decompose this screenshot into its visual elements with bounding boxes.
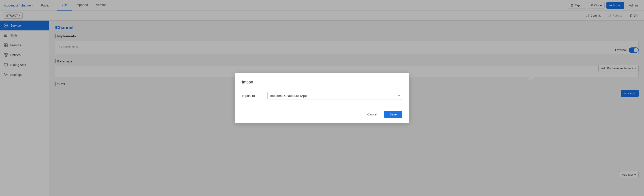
import-modal: Import Import To me.demo.Chatbot.testApp…: [235, 73, 409, 123]
cancel-button[interactable]: Cancel: [363, 111, 382, 118]
modal-overlay: Import Import To me.demo.Chatbot.testApp…: [0, 0, 644, 196]
modal-body: Import To me.demo.Chatbot.testApp ▾: [242, 92, 402, 100]
import-to-row: Import To me.demo.Chatbot.testApp ▾: [242, 92, 402, 100]
import-to-select[interactable]: me.demo.Chatbot.testApp: [268, 92, 402, 100]
import-to-label: Import To: [242, 94, 262, 98]
modal-title: Import: [242, 80, 402, 84]
save-button[interactable]: Save: [384, 111, 402, 118]
import-to-select-wrapper: me.demo.Chatbot.testApp ▾: [268, 92, 402, 100]
modal-divider: [242, 107, 402, 107]
modal-footer: Cancel Save: [242, 111, 402, 118]
